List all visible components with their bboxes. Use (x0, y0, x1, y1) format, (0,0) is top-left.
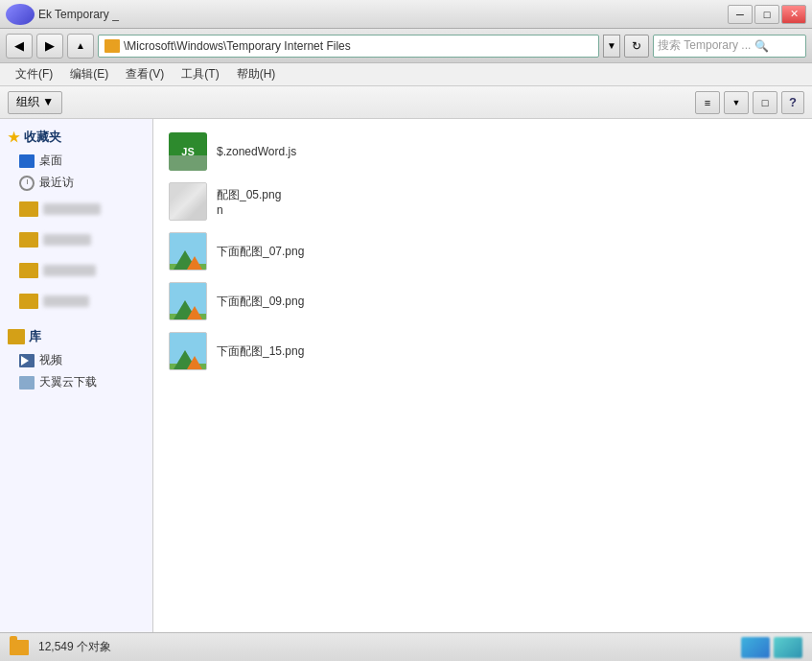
back-button[interactable]: ◀ (6, 34, 33, 59)
sidebar-separator (0, 317, 152, 324)
menu-tools[interactable]: 工具(T) (174, 64, 226, 84)
blurred-folder-icon-4 (19, 294, 38, 309)
tianyi-label: 天翼云下载 (39, 374, 97, 390)
close-button[interactable]: ✕ (781, 5, 806, 24)
favorites-label: 收藏夹 (24, 129, 61, 146)
favorites-header[interactable]: ★ 收藏夹 (0, 125, 152, 150)
sidebar-item-tianyi[interactable]: 天翼云下载 (0, 371, 152, 393)
list-item[interactable]: 下面配图_07.png (153, 226, 812, 276)
blurred-folder-icon-3 (19, 263, 38, 278)
help-icon: ? (789, 95, 797, 109)
status-count: 12,549 个对象 (38, 639, 111, 655)
address-dropdown[interactable]: ▼ (603, 35, 620, 58)
search-icon: 🔍 (754, 39, 769, 53)
blurred-item-4 (0, 286, 152, 317)
help-button[interactable]: ? (781, 91, 804, 114)
status-folder-icon (10, 640, 29, 655)
video-icon (19, 354, 35, 367)
title-bar: Ek Temporary _ ─ □ ✕ (0, 0, 812, 29)
blurred-text-4 (43, 295, 89, 307)
search-placeholder: 搜索 Temporary ... (658, 37, 751, 54)
favorites-star-icon: ★ (8, 130, 20, 145)
blurred-text-2 (43, 234, 91, 246)
view-toggle-button[interactable]: ≡ (695, 91, 720, 114)
desktop-icon (19, 154, 35, 168)
title-bar-text: Ek Temporary _ (38, 8, 119, 21)
sidebar: ★ 收藏夹 桌面 最近访 (0, 119, 153, 632)
list-item[interactable]: 下面配图_15.png (153, 326, 812, 376)
blurred-folder-icon-2 (19, 232, 38, 248)
main-content: ★ 收藏夹 桌面 最近访 (0, 119, 812, 632)
window-button[interactable]: □ (753, 91, 777, 114)
address-field[interactable]: \Microsoft\Windows\Temporary Internet Fi… (98, 35, 599, 58)
view-dropdown-icon: ▼ (732, 98, 741, 107)
tianyi-icon (19, 376, 35, 390)
list-item[interactable]: 配图_05.png n (153, 177, 812, 226)
status-icon-blue (741, 637, 770, 658)
file-name: 下面配图_15.png (217, 343, 304, 360)
menu-view[interactable]: 查看(V) (118, 64, 172, 84)
blurred-text-3 (43, 265, 96, 276)
library-icon (8, 329, 25, 344)
video-label: 视频 (39, 352, 62, 368)
title-bar-left: Ek Temporary _ (6, 4, 119, 25)
blurred-folder-icon-1 (19, 201, 38, 217)
toolbar-right: ≡ ▼ □ ? (695, 91, 804, 114)
organize-button[interactable]: 组织 ▼ (8, 91, 62, 114)
toolbar: 组织 ▼ ≡ ▼ □ ? (0, 86, 812, 119)
js-label: JS (181, 146, 194, 157)
search-box[interactable]: 搜索 Temporary ... 🔍 (653, 35, 806, 58)
recent-icon (19, 176, 35, 191)
menu-help[interactable]: 帮助(H) (229, 64, 284, 84)
minimize-button[interactable]: ─ (728, 5, 753, 24)
recent-label: 最近访 (39, 175, 74, 191)
blurred-text-1 (43, 203, 101, 215)
image-thumbnail (169, 282, 207, 320)
desktop-label: 桌面 (39, 153, 62, 169)
list-item[interactable]: JS $.zonedWord.js (153, 127, 812, 177)
library-header[interactable]: 库 (0, 324, 152, 349)
address-bar: ◀ ▶ ▲ \Microsoft\Windows\Temporary Inter… (0, 29, 812, 63)
png-blurred-icon (169, 182, 207, 221)
forward-button[interactable]: ▶ (36, 34, 63, 59)
maximize-button[interactable]: □ (754, 5, 779, 24)
image-thumbnail (169, 332, 207, 370)
window-icon: □ (762, 97, 769, 108)
file-name: 配图_05.png n (217, 187, 281, 217)
title-bar-buttons: ─ □ ✕ (728, 5, 806, 24)
file-name: 下面配图_09.png (217, 294, 304, 310)
sidebar-item-video[interactable]: 视频 (0, 349, 152, 371)
address-text: \Microsoft\Windows\Temporary Internet Fi… (124, 39, 351, 53)
organize-label: 组织 ▼ (16, 94, 54, 110)
blurred-item-2 (0, 224, 152, 255)
menu-edit[interactable]: 编辑(E) (62, 64, 116, 84)
file-panel[interactable]: JS $.zonedWord.js 配图_05.png n 下面配图_07.pn… (153, 119, 812, 632)
view-icon: ≡ (705, 97, 710, 108)
sidebar-item-desktop[interactable]: 桌面 (0, 150, 152, 172)
file-name: $.zonedWord.js (217, 145, 296, 158)
status-right (741, 637, 802, 658)
image-thumbnail (169, 232, 207, 271)
refresh-button[interactable]: ↻ (624, 35, 649, 58)
blurred-item-3 (0, 255, 152, 286)
sidebar-item-recent[interactable]: 最近访 (0, 172, 152, 194)
window-icon (6, 4, 35, 25)
js-file-icon: JS (169, 132, 207, 171)
status-bar: 12,549 个对象 (0, 632, 812, 661)
menu-bar: 文件(F) 编辑(E) 查看(V) 工具(T) 帮助(H) (0, 63, 812, 86)
menu-file[interactable]: 文件(F) (8, 64, 60, 84)
library-label: 库 (29, 328, 41, 345)
up-button[interactable]: ▲ (67, 34, 94, 59)
blurred-item-1 (0, 194, 152, 224)
file-name: 下面配图_07.png (217, 244, 304, 260)
view-dropdown-button[interactable]: ▼ (724, 91, 749, 114)
path-folder-icon (104, 39, 120, 53)
list-item[interactable]: 下面配图_09.png (153, 276, 812, 326)
status-icon-teal (774, 637, 802, 658)
